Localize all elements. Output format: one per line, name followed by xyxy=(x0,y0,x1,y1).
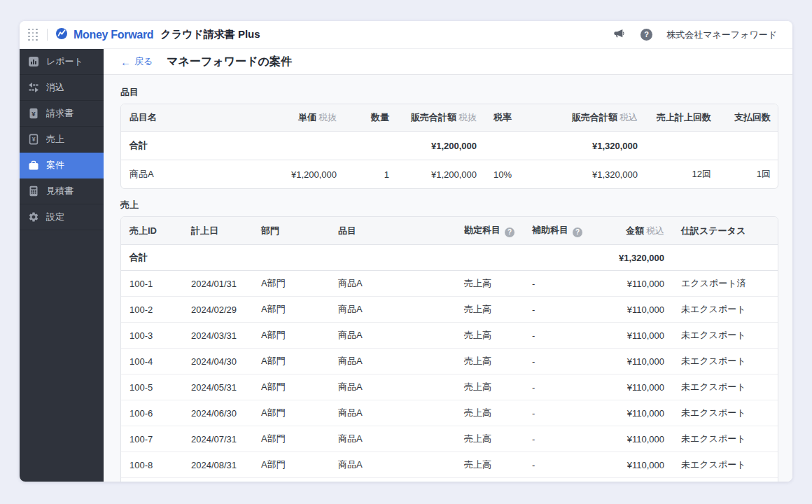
back-label: 戻る xyxy=(134,55,153,68)
sidebar-item-label: レポート xyxy=(46,55,83,68)
sidebar-item-sales[interactable]: ¥ 売上 xyxy=(20,127,104,153)
status-label: 未エクスポート xyxy=(673,323,778,349)
report-icon xyxy=(28,56,39,67)
status-label: 未エクスポート xyxy=(673,452,778,478)
status-label: 未エクスポート xyxy=(673,349,778,374)
sidebar-item-quotes[interactable]: 見積書 xyxy=(20,178,104,204)
app-grid-icon[interactable] xyxy=(28,29,38,41)
invoice-icon: ¥ xyxy=(28,108,39,119)
product-name: クラウド請求書 Plus xyxy=(160,28,260,41)
col-item: 品目 xyxy=(330,217,456,245)
status-label: エクスポート済 xyxy=(673,271,778,297)
sales-header-row: 売上ID 計上日 部門 品目 勘定科目? 補助科目? 金額税込 仕訳ステータス xyxy=(121,217,778,245)
col-tax-rate: 税率 xyxy=(485,104,541,132)
sales-row: 100-82024/08/31A部門商品A売上高-¥110,000未エクスポート xyxy=(121,452,778,478)
items-section-heading: 品目 xyxy=(120,86,778,99)
sidebar-item-settings[interactable]: 設定 xyxy=(20,204,104,230)
sidebar-item-label: 見積書 xyxy=(46,185,74,197)
items-header-row: 品目名 単価税抜 数量 販売合計額税抜 税率 販売合計額税込 売上計上回数 支払… xyxy=(121,104,778,132)
sales-table: 売上ID 計上日 部門 品目 勘定科目? 補助科目? 金額税込 仕訳ステータス xyxy=(120,216,778,482)
back-button[interactable]: ← 戻る xyxy=(120,55,153,68)
sidebar-item-label: 売上 xyxy=(46,133,64,146)
col-total-excl: 販売合計額税抜 xyxy=(398,104,485,132)
sales-total-row: 合計 ¥1,320,000 xyxy=(121,245,778,271)
sales-section-heading: 売上 xyxy=(120,199,778,211)
brand-name: Money Forward xyxy=(74,29,153,41)
col-sales-count: 売上計上回数 xyxy=(646,104,720,132)
sidebar-item-label: 案件 xyxy=(46,159,64,172)
status-label: 未エクスポート xyxy=(673,374,778,400)
sales-row: 100-52024/05/31A部門商品A売上高-¥110,000未エクスポート xyxy=(121,374,778,400)
col-payment-count: 支払回数 xyxy=(720,104,778,132)
col-sub-account: 補助科目? xyxy=(524,217,590,245)
page-title: マネーフォワードの案件 xyxy=(167,55,292,69)
status-label: 未エクスポート xyxy=(673,426,778,452)
sidebar-item-label: 消込 xyxy=(46,81,64,94)
app-window: Money Forward クラウド請求書 Plus ? 株式会社マネーフォワー… xyxy=(20,21,792,482)
sidebar-item-label: 設定 xyxy=(46,211,64,223)
help-icon[interactable]: ? xyxy=(640,29,652,41)
megaphone-icon[interactable] xyxy=(613,28,626,41)
company-name: 株式会社マネーフォワード xyxy=(666,29,777,41)
calculator-icon xyxy=(28,186,39,197)
sub-account-help-icon[interactable]: ? xyxy=(573,227,582,237)
col-sales-id: 売上ID xyxy=(121,217,183,245)
sidebar-item-reconciliation[interactable]: 消込 xyxy=(20,75,104,101)
account-help-icon[interactable]: ? xyxy=(505,227,514,237)
sales-row: 100-92024/09/30A部門商品A売上高-¥110,000未エクスポート xyxy=(121,478,778,482)
items-total-row: 合計 ¥1,200,000 ¥1,320,000 xyxy=(121,132,778,160)
reconcile-icon xyxy=(28,82,39,93)
col-unit-price: 単価税抜 xyxy=(261,104,345,132)
sales-row: 100-22024/02/29A部門商品A売上高-¥110,000未エクスポート xyxy=(121,297,778,323)
top-bar: Money Forward クラウド請求書 Plus ? 株式会社マネーフォワー… xyxy=(20,21,792,49)
col-account: 勘定科目? xyxy=(456,217,524,245)
col-record-date: 計上日 xyxy=(183,217,253,245)
sales-row: 100-32024/03/31A部門商品A売上高-¥110,000未エクスポート xyxy=(121,323,778,349)
col-item-name: 品目名 xyxy=(121,104,261,132)
moneyforward-logo-icon xyxy=(56,28,69,41)
status-label: 未エクスポート xyxy=(673,478,778,482)
svg-text:¥: ¥ xyxy=(32,136,36,143)
sidebar: レポート 消込 ¥ 請求書 ¥ 売上 xyxy=(20,49,104,482)
briefcase-icon xyxy=(28,160,39,171)
main-content: 品目 品目名 単価税抜 数量 販売合計額税抜 xyxy=(104,75,792,482)
sidebar-item-invoices[interactable]: ¥ 請求書 xyxy=(20,101,104,127)
svg-text:¥: ¥ xyxy=(31,110,36,118)
col-department: 部門 xyxy=(253,217,330,245)
status-label: 未エクスポート xyxy=(673,297,778,323)
col-amount: 金額税込 xyxy=(590,217,673,245)
sidebar-item-projects[interactable]: 案件 xyxy=(20,153,104,178)
sales-row: 100-62024/06/30A部門商品A売上高-¥110,000未エクスポート xyxy=(121,400,778,426)
sidebar-item-label: 請求書 xyxy=(46,107,74,120)
sales-row: 100-72024/07/31A部門商品A売上高-¥110,000未エクスポート xyxy=(121,426,778,452)
sidebar-item-report[interactable]: レポート xyxy=(20,49,104,75)
status-label: 未エクスポート xyxy=(673,400,778,426)
page-title-bar: ← 戻る マネーフォワードの案件 xyxy=(104,49,792,75)
col-journal-status: 仕訳ステータス xyxy=(673,217,778,245)
items-row: 商品A ¥1,200,000 1 ¥1,200,000 10% ¥1,320,0… xyxy=(121,160,778,189)
sales-ledger-icon: ¥ xyxy=(28,134,39,145)
brand-logo[interactable]: Money Forward クラウド請求書 Plus xyxy=(56,28,260,41)
sales-row: 100-42024/04/30A部門商品A売上高-¥110,000未エクスポート xyxy=(121,349,778,374)
back-arrow-icon: ← xyxy=(120,56,131,68)
topbar-divider xyxy=(47,29,48,41)
sales-row: 100-12024/01/31A部門商品A売上高-¥110,000エクスポート済 xyxy=(121,271,778,297)
col-quantity: 数量 xyxy=(345,104,398,132)
col-total-incl: 販売合計額税込 xyxy=(541,104,646,132)
items-table: 品目名 単価税抜 数量 販売合計額税抜 税率 販売合計額税込 売上計上回数 支払… xyxy=(120,104,778,189)
gear-icon xyxy=(28,211,39,223)
